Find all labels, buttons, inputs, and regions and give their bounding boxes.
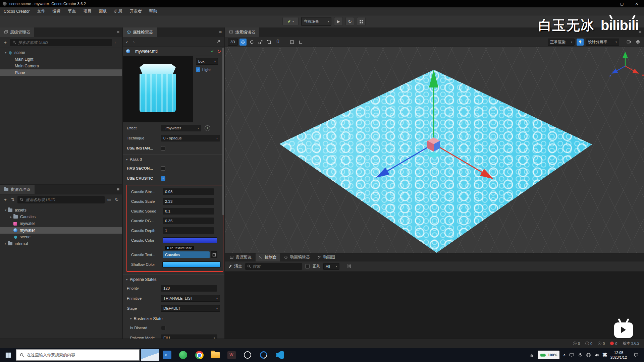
warn-count[interactable]: ×0 [598,342,605,346]
reload-button[interactable]: ↻ [345,17,354,26]
tab-animation-editor[interactable]: 动画编辑器 [281,253,313,261]
inspector-scrollbar[interactable] [222,48,224,215]
scene-settings-button[interactable] [634,39,641,46]
asset-node-mywater-material[interactable]: mywater [0,227,122,234]
use-caustic-checkbox[interactable] [161,176,165,181]
apply-check-icon[interactable]: ✓ [211,49,214,54]
console-clear-button[interactable]: 清空 [228,263,242,269]
pass0-section[interactable]: ▾ Pass 0 [123,155,224,163]
effect-locate-button[interactable]: + [205,125,210,131]
assets-menu-icon[interactable]: ≡ [117,187,119,192]
menu-extension[interactable]: 扩展 [110,7,126,15]
scale-tool-button[interactable] [257,39,264,46]
minimize-button[interactable]: ─ [600,0,614,7]
primitive-select[interactable]: TRIANGLE_LIST▾ [161,295,220,302]
hierarchy-menu-icon[interactable]: ≡ [117,29,119,35]
stage-select[interactable]: DEFAULT▾ [161,305,220,312]
assets-add-button[interactable]: + [3,197,8,202]
log-count[interactable]: ⊘0 [573,342,580,346]
chevron-down-icon[interactable]: ▾ [3,208,8,212]
use-instancing-checkbox[interactable] [161,146,165,150]
menu-edit[interactable]: 编辑 [49,7,64,15]
tab-assets[interactable]: 资源管理器 [0,185,35,194]
tab-hierarchy[interactable]: 层级管理器 [0,27,34,37]
log-filter-select[interactable]: All▾ [323,263,339,270]
pipeline-states-section[interactable]: ▾ Pipeline States [123,275,224,283]
taskbar-app-files[interactable] [207,348,223,362]
console-search-input[interactable] [253,264,300,268]
camera-view-button[interactable] [625,39,632,46]
pin-icon[interactable] [217,39,221,45]
render-mode-select[interactable]: 正常渲染▾ [548,39,575,46]
caustic-texture-field[interactable]: Caustics [163,251,210,258]
hierarchy-search-input[interactable] [18,41,110,45]
assets-sort-icon[interactable]: ⇅ [10,197,15,202]
tree-node-scene[interactable]: ▾ scene [0,49,122,56]
tree-node-main-light[interactable]: Main Light [0,56,122,63]
transform-gizmo[interactable]: x z [225,47,644,253]
error-count[interactable]: 0 [610,342,617,346]
hierarchy-search[interactable] [10,39,112,46]
pivot-toggle-button[interactable] [288,39,296,46]
menu-help[interactable]: 帮助 [145,7,161,15]
effect-select[interactable]: ../mywater▾ [161,125,201,131]
microphone-icon[interactable] [578,353,583,358]
menu-cocos-creator[interactable]: Cocos Creator [0,7,33,15]
action-center-icon[interactable] [630,353,642,358]
info-count[interactable]: i0 [585,342,592,346]
menu-panel[interactable]: 面板 [95,7,110,15]
shallow-color-swatch[interactable] [162,261,221,267]
coordinate-toggle-button[interactable] [297,39,304,46]
console-log-area[interactable] [225,272,644,339]
polygon-mode-select[interactable]: FILL▾ [161,335,217,339]
tree-node-main-camera[interactable]: Main Camera [0,63,122,69]
taskbar-app-ring[interactable] [239,348,256,362]
caustic-rgb-input[interactable] [163,218,214,224]
inspector-menu-icon[interactable]: ≡ [219,29,222,35]
caustic-speed-input[interactable] [163,208,214,215]
nav-back-button[interactable]: ‹ [126,39,128,45]
windows-search-input[interactable] [27,353,136,357]
tab-animation-graph[interactable]: 动画图 [314,253,338,261]
network-icon[interactable] [586,353,591,358]
debug-platform-button[interactable]: ▾ [282,17,299,26]
menu-file[interactable]: 文件 [33,7,49,15]
windows-search[interactable] [16,349,140,361]
assets-search[interactable] [17,196,105,203]
start-button[interactable] [0,348,16,362]
snap-tool-button[interactable]: Ü [274,39,281,46]
tab-console[interactable]: 控制台 [256,253,280,261]
asset-node-internal[interactable]: ▸ internal [0,240,122,247]
move-tool-button[interactable] [239,39,247,46]
scene-select[interactable]: 当前场景▾ [301,17,331,26]
play-button[interactable]: ▶ [334,17,343,26]
revert-icon[interactable]: ↻ [217,49,221,54]
maximize-button[interactable]: ▢ [614,0,629,7]
tray-expand-icon[interactable]: ∧ [563,353,566,357]
scene-viewport[interactable]: x z [225,47,644,253]
assets-search-input[interactable] [25,198,102,202]
tab-scene-editor[interactable]: 场景编辑器 [225,27,259,37]
asset-node-assets[interactable]: ▾ assets [0,207,122,214]
caustic-strength-input[interactable] [163,188,214,195]
texture-picker-button[interactable] [211,251,217,258]
caustic-color-swatch[interactable] [163,237,217,243]
chevron-right-icon[interactable]: ▸ [9,215,13,219]
menu-node[interactable]: 节点 [64,7,79,15]
battery-widget[interactable]: 100% [538,351,559,359]
technique-select[interactable]: 0 - opaque▾ [161,135,220,141]
preview-shape-select[interactable]: box▾ [196,58,218,65]
hierarchy-add-button[interactable]: + [3,40,8,45]
resolution-select[interactable]: 设计分辨率...▾ [586,39,619,46]
chevron-right-icon[interactable]: ▸ [3,242,8,245]
log-file-button[interactable] [347,264,351,269]
asset-node-caustics[interactable]: ▸ Caustics [0,214,122,220]
priority-input[interactable] [161,285,217,292]
menu-developer[interactable]: 开发者 [126,7,145,15]
touch-keyboard-icon[interactable] [529,353,534,358]
console-search[interactable] [245,263,302,270]
hierarchy-filter-icon[interactable]: ≔ [114,40,119,45]
tree-node-plane[interactable]: Plane [0,69,122,76]
asset-node-mywater-effect[interactable]: mywater [0,220,122,227]
ime-indicator[interactable]: 英 [603,352,607,358]
